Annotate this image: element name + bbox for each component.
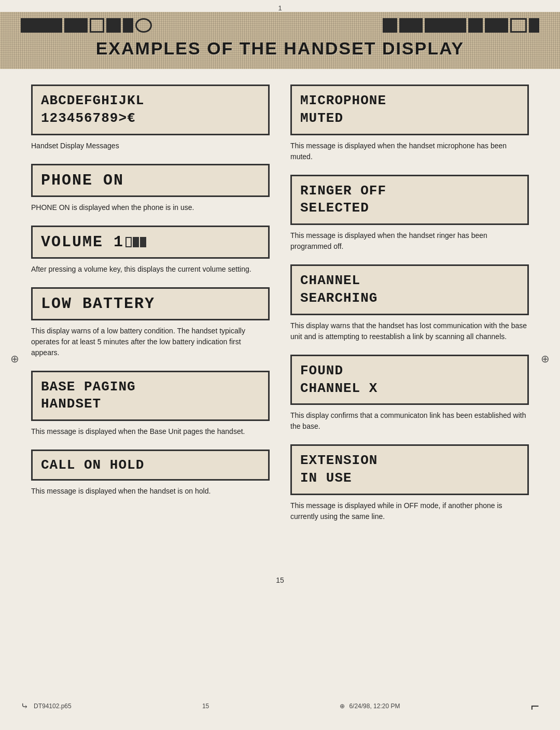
channel-searching-section: CHANNEL SEARCHING This display warns tha…	[290, 264, 529, 342]
phone-on-text: PHONE ON	[41, 172, 124, 189]
found-channel-display-box: FOUND CHANNEL X	[290, 355, 529, 405]
header-right-blocks	[383, 18, 539, 33]
microphone-muted-caption: This message is displayed when the hands…	[290, 141, 529, 162]
volume-bar-half	[125, 237, 132, 247]
page-number: 15	[0, 576, 560, 584]
base-paging-display-box: BASE PAGING HANDSET	[31, 371, 270, 422]
header-block-4	[106, 18, 121, 33]
header-block-5	[123, 18, 133, 33]
header-left-blocks	[21, 18, 152, 33]
base-paging-line1: BASE PAGING	[41, 378, 136, 396]
found-channel-line2: CHANNEL X	[300, 380, 377, 398]
footer-left: ⤷ DT94102.p65	[21, 700, 72, 712]
found-channel-line1: FOUND	[300, 362, 343, 380]
header-block-r7	[529, 18, 539, 33]
footer-date: 6/24/98, 12:20 PM	[349, 703, 400, 710]
base-paging-section: BASE PAGING HANDSET This message is disp…	[31, 371, 270, 438]
right-column: MICROPHONE MUTED This message is display…	[290, 85, 529, 535]
channel-searching-display-box: CHANNEL SEARCHING	[290, 264, 529, 315]
volume-section: VOLUME 1 After pressing a volume key, th…	[31, 226, 270, 275]
ringer-off-display-box: RINGER OFF SELECTED	[290, 175, 529, 226]
crosshair-right: ⊕	[541, 353, 550, 365]
extension-in-use-caption: This message is displayed while in OFF m…	[290, 500, 529, 522]
microphone-muted-line2: MUTED	[300, 110, 343, 128]
found-channel-section: FOUND CHANNEL X This display confirms th…	[290, 355, 529, 432]
base-paging-caption: This message is displayed when the Base …	[31, 426, 270, 437]
call-on-hold-display-box: CALL ON HOLD	[31, 450, 270, 481]
footer-right: ⊕ 6/24/98, 12:20 PM	[340, 703, 400, 710]
call-on-hold-section: CALL ON HOLD This message is displayed w…	[31, 450, 270, 497]
crosshair-left: ⊕	[10, 353, 19, 365]
char-display-line1: ABCDEFGHIJKL	[41, 92, 144, 110]
volume-display-box: VOLUME 1	[31, 226, 270, 259]
page: 1 EXAMPLES OF THE	[0, 0, 560, 730]
header-block-3	[90, 18, 104, 33]
char-display-box: ABCDEFGHIJKL 123456789>€	[31, 85, 270, 135]
extension-in-use-section: EXTENSION IN USE This message is display…	[290, 444, 529, 522]
phone-on-display-box: PHONE ON	[31, 164, 270, 197]
page-title: EXAMPLES OF THE HANDSET DISPLAY	[96, 38, 465, 59]
base-paging-line2: HANDSET	[41, 396, 101, 413]
ringer-off-line1: RINGER OFF	[300, 182, 386, 200]
footer: ⤷ DT94102.p65 15 ⊕ 6/24/98, 12:20 PM ⌐	[0, 698, 560, 714]
ringer-off-line2: SELECTED	[300, 200, 369, 217]
channel-searching-line2: SEARCHING	[300, 290, 377, 307]
left-column: ABCDEFGHIJKL 123456789>€ Handset Display…	[31, 85, 270, 535]
low-battery-text: LOW BATTERY	[41, 295, 155, 313]
header-banner: EXAMPLES OF THE HANDSET DISPLAY	[0, 12, 560, 69]
volume-bar-1	[133, 237, 139, 247]
channel-searching-caption: This display warns that the handset has …	[290, 320, 529, 342]
header-block-r6	[510, 18, 527, 33]
low-battery-display-box: LOW BATTERY	[31, 287, 270, 320]
extension-in-use-display-box: EXTENSION IN USE	[290, 444, 529, 495]
low-battery-section: LOW BATTERY This display warns of a low …	[31, 287, 270, 358]
call-on-hold-text: CALL ON HOLD	[41, 457, 144, 473]
microphone-muted-section: MICROPHONE MUTED This message is display…	[290, 85, 529, 162]
char-display-caption: Handset Display Messages	[31, 141, 270, 151]
top-page-number: 1	[0, 0, 560, 12]
main-content: ABCDEFGHIJKL 123456789>€ Handset Display…	[0, 69, 560, 566]
footer-arrow-icon: ⤷	[21, 700, 29, 712]
footer-crosshair: ⊕	[340, 703, 345, 710]
microphone-muted-line1: MICROPHONE	[300, 92, 386, 110]
corner-bracket: ⌐	[531, 698, 539, 714]
extension-in-use-line1: EXTENSION	[300, 452, 377, 470]
volume-caption: After pressing a volume key, this displa…	[31, 264, 270, 275]
volume-bar-2	[140, 237, 146, 247]
char-display-section: ABCDEFGHIJKL 123456789>€ Handset Display…	[31, 85, 270, 151]
header-block-1	[21, 18, 62, 33]
ringer-off-section: RINGER OFF SELECTED This message is disp…	[290, 175, 529, 252]
microphone-muted-display-box: MICROPHONE MUTED	[290, 85, 529, 135]
found-channel-caption: This display confirms that a communicato…	[290, 410, 529, 432]
header-block-r2	[399, 18, 423, 33]
header-block-2	[64, 18, 88, 33]
volume-text: VOLUME 1	[41, 233, 124, 251]
header-circle-1	[135, 18, 152, 33]
header-block-r4	[468, 18, 483, 33]
low-battery-caption: This display warns of a low battery cond…	[31, 326, 270, 358]
footer-center-page: 15	[202, 703, 209, 710]
header-block-r1	[383, 18, 397, 33]
char-display-line2: 123456789>€	[41, 110, 136, 128]
ringer-off-caption: This message is displayed when the hands…	[290, 230, 529, 252]
channel-searching-line1: CHANNEL	[300, 272, 360, 290]
header-block-r3	[425, 18, 466, 33]
footer-doc-id: DT94102.p65	[34, 703, 72, 710]
phone-on-caption: PHONE ON is displayed when the phone is …	[31, 202, 270, 213]
call-on-hold-caption: This message is displayed when the hands…	[31, 486, 270, 497]
phone-on-section: PHONE ON PHONE ON is displayed when the …	[31, 164, 270, 213]
header-block-r5	[485, 18, 508, 33]
header-decoration-blocks	[0, 16, 560, 34]
extension-in-use-line2: IN USE	[300, 470, 352, 487]
